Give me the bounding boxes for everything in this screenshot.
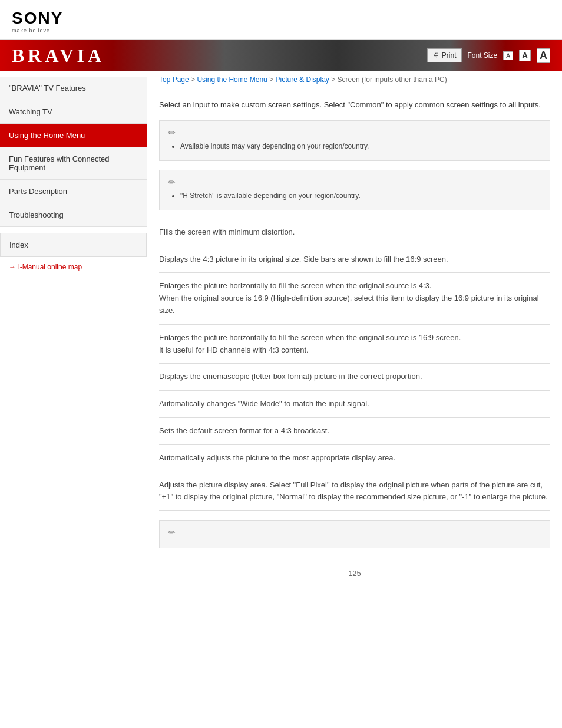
- breadcrumb-menu[interactable]: Using the Home Menu: [197, 75, 267, 84]
- feature-desc-7: Automatically adjusts the picture to the…: [159, 452, 550, 465]
- header: SONY make.believe: [0, 0, 562, 40]
- feature-item-2: Enlarges the picture horizontally to fil…: [159, 273, 550, 324]
- sidebar-item-index[interactable]: Index: [0, 233, 147, 257]
- feature-item-5: Automatically changes "Wide Mode" to mat…: [159, 391, 550, 418]
- sidebar-item-bravia-features[interactable]: "BRAVIA" TV Features: [0, 77, 147, 100]
- print-label: Print: [442, 51, 457, 60]
- feature-desc-6: Sets the default screen format for a 4:3…: [159, 425, 550, 437]
- feature-desc-1: Displays the 4:3 picture in its original…: [159, 253, 550, 266]
- feature-item-7: Automatically adjusts the picture to the…: [159, 445, 550, 472]
- breadcrumb-sep3: >: [331, 75, 337, 84]
- feature-desc-8: Adjusts the picture display area. Select…: [159, 479, 550, 504]
- content-area: Top Page > Using the Home Menu > Picture…: [147, 71, 562, 660]
- feature-desc-0: Fills the screen with minimum distortion…: [159, 226, 550, 239]
- sony-tagline: make.believe: [12, 28, 550, 34]
- font-size-label: Font Size: [468, 51, 498, 60]
- intro-text: Select an input to make custom screen se…: [159, 99, 550, 111]
- note2-bullet: "H Stretch" is available depending on yo…: [180, 190, 541, 201]
- breadcrumb-current: Screen (for inputs other than a PC): [338, 75, 447, 84]
- sony-text: SONY: [12, 9, 550, 28]
- note-text-2: "H Stretch" is available depending on yo…: [168, 190, 541, 201]
- note1-bullet: Available inputs may vary depending on y…: [180, 141, 541, 151]
- note-box-1: ✏ Available inputs may vary depending on…: [159, 120, 550, 161]
- note-icon-1: ✏: [168, 128, 541, 137]
- sidebar-item-watching[interactable]: Watching TV: [0, 100, 147, 124]
- main-layout: "BRAVIA" TV Features Watching TV Using t…: [0, 71, 562, 660]
- breadcrumb-sep1: >: [191, 75, 197, 84]
- page-number: 125: [159, 557, 550, 589]
- font-size-small-button[interactable]: A: [503, 51, 513, 60]
- breadcrumb-picture[interactable]: Picture & Display: [275, 75, 329, 84]
- note-text-1: Available inputs may vary depending on y…: [168, 141, 541, 151]
- sidebar: "BRAVIA" TV Features Watching TV Using t…: [0, 71, 147, 660]
- sony-logo: SONY make.believe: [12, 9, 550, 34]
- feature-item-4: Displays the cinemascopic (letter box fo…: [159, 364, 550, 391]
- bravia-banner: BRAVIA 🖨 Print Font Size A A A: [0, 40, 562, 71]
- note-icon-2: ✏: [168, 177, 541, 187]
- print-icon: 🖨: [432, 51, 439, 60]
- sidebar-item-troubleshooting[interactable]: Troubleshooting: [0, 203, 147, 227]
- sidebar-item-fun-features[interactable]: Fun Features with Connected Equipment: [0, 147, 147, 180]
- feature-desc-3: Enlarges the picture horizontally to fil…: [159, 332, 550, 357]
- breadcrumb-top[interactable]: Top Page: [159, 75, 189, 84]
- feature-desc-5: Automatically changes "Wide Mode" to mat…: [159, 398, 550, 410]
- feature-desc-4: Displays the cinemascopic (letter box fo…: [159, 371, 550, 383]
- feature-item-1: Displays the 4:3 picture in its original…: [159, 246, 550, 274]
- print-button[interactable]: 🖨 Print: [427, 48, 462, 62]
- imanual-link[interactable]: → i-Manual online map: [0, 257, 147, 277]
- feature-item-6: Sets the default screen format for a 4:3…: [159, 418, 550, 445]
- font-size-medium-button[interactable]: A: [519, 50, 531, 61]
- feature-item-3: Enlarges the picture horizontally to fil…: [159, 325, 550, 364]
- sidebar-item-home-menu[interactable]: Using the Home Menu: [0, 124, 147, 147]
- imanual-label: i-Manual online map: [18, 263, 82, 271]
- font-size-large-button[interactable]: A: [537, 48, 550, 63]
- note-box-2: ✏ "H Stretch" is available depending on …: [159, 170, 550, 210]
- feature-desc-2: Enlarges the picture horizontally to fil…: [159, 280, 550, 317]
- bravia-title: BRAVIA: [0, 45, 105, 67]
- note-box-3: ✏: [159, 520, 550, 548]
- note-icon-3: ✏: [168, 528, 541, 537]
- breadcrumb-sep2: >: [269, 75, 275, 84]
- breadcrumb: Top Page > Using the Home Menu > Picture…: [159, 71, 550, 90]
- banner-controls: 🖨 Print Font Size A A A: [427, 48, 562, 63]
- feature-item-8: Adjusts the picture display area. Select…: [159, 472, 550, 512]
- arrow-icon: →: [9, 263, 16, 271]
- sidebar-item-parts-description[interactable]: Parts Description: [0, 180, 147, 203]
- feature-item-0: Fills the screen with minimum distortion…: [159, 219, 550, 246]
